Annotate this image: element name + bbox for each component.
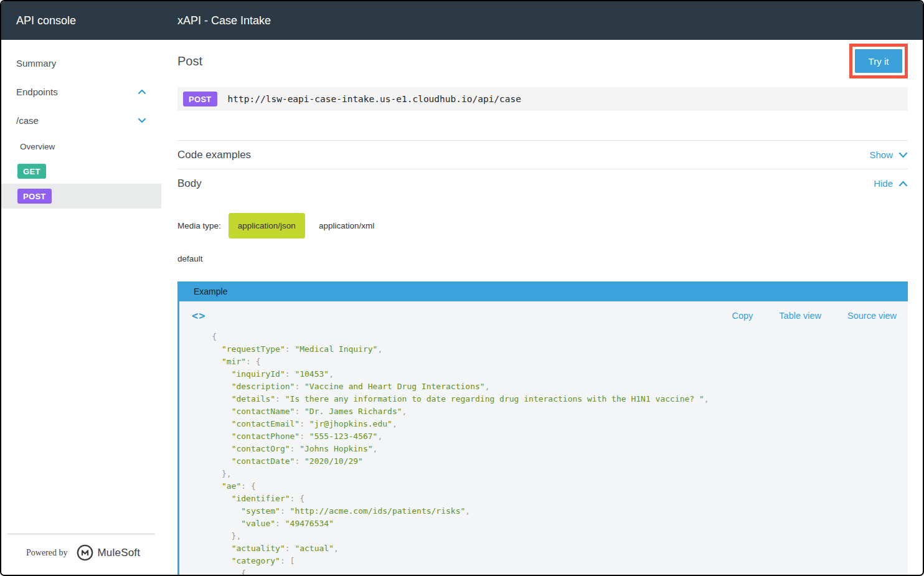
annotation-highlight-box: Try it [849, 44, 908, 78]
get-method-badge: GET [17, 164, 46, 179]
hide-body-link[interactable]: Hide [874, 178, 908, 189]
sidebar-footer: Powered by MuleSoft [1, 534, 161, 575]
api-console-window: API console xAPI - Case Intake Summary E… [0, 0, 924, 576]
mulesoft-brand-label: MuleSoft [98, 547, 141, 559]
example-panel-header: Example [177, 281, 908, 301]
media-type-row: Media type: application/json application… [177, 213, 908, 238]
content-area: Summary Endpoints /case Overview GET [1, 40, 923, 575]
body-title: Body [177, 177, 202, 190]
code-block[interactable]: { "requestType": "Medical Inquiry", "mir… [179, 331, 908, 575]
powered-by: Powered by MuleSoft [7, 534, 155, 575]
method-heading: Post [177, 54, 202, 68]
copy-link[interactable]: Copy [732, 311, 753, 321]
code-toolbar: <> Copy Table view Source view [179, 301, 908, 322]
sidebar-item-label: Summary [16, 58, 56, 68]
chevron-up-icon [138, 89, 146, 95]
sidebar-item-label: Endpoints [16, 87, 58, 97]
top-header: API console xAPI - Case Intake [1, 1, 923, 40]
sidebar-item-overview[interactable]: Overview [1, 135, 161, 159]
chevron-up-icon [898, 181, 908, 187]
sidebar-item-post[interactable]: POST [1, 184, 161, 209]
sidebar-item-summary[interactable]: Summary [1, 49, 161, 77]
source-view-link[interactable]: Source view [847, 311, 897, 321]
request-url: http://lsw-eapi-case-intake.us-e1.cloudh… [228, 94, 521, 104]
example-title: Example [194, 286, 227, 296]
sidebar-item-get[interactable]: GET [1, 159, 161, 184]
example-panel: Example <> Copy Table view Source view {… [177, 281, 908, 575]
method-heading-row: Post Try it [177, 44, 908, 78]
show-code-examples-link[interactable]: Show [869, 149, 908, 160]
powered-by-label: Powered by [26, 548, 68, 558]
media-type-label: Media type: [177, 221, 221, 230]
code-brackets-icon[interactable]: <> [192, 309, 205, 322]
chevron-down-icon [898, 152, 908, 158]
schema-name-label: default [177, 254, 908, 263]
table-view-link[interactable]: Table view [779, 311, 821, 321]
code-examples-section-header: Code examples Show [177, 140, 908, 169]
request-url-bar: POST http://lsw-eapi-case-intake.us-e1.c… [177, 87, 908, 111]
mulesoft-logo-icon [77, 544, 93, 561]
post-method-badge: POST [17, 189, 52, 204]
sidebar: Summary Endpoints /case Overview GET [1, 40, 161, 575]
sidebar-item-case[interactable]: /case [1, 106, 161, 135]
hide-label: Hide [874, 178, 893, 189]
main-panel: Post Try it POST http://lsw-eapi-case-in… [161, 40, 923, 575]
try-it-button[interactable]: Try it [855, 49, 902, 73]
code-examples-title: Code examples [177, 149, 251, 161]
sidebar-item-endpoints[interactable]: Endpoints [1, 77, 161, 106]
show-label: Show [869, 149, 893, 160]
sidebar-item-label: Overview [20, 142, 55, 151]
code-view-links: Copy Table view Source view [732, 311, 897, 321]
api-title: xAPI - Case Intake [161, 14, 271, 27]
body-section-header: Body Hide [177, 169, 908, 197]
sidebar-item-label: /case [16, 115, 39, 126]
media-type-json-option[interactable]: application/json [229, 213, 305, 238]
app-title: API console [1, 14, 161, 27]
media-type-xml-option[interactable]: application/xml [319, 221, 374, 230]
post-method-badge: POST [183, 92, 217, 106]
example-panel-body: <> Copy Table view Source view { "reques… [177, 301, 908, 575]
chevron-down-icon [138, 118, 146, 123]
